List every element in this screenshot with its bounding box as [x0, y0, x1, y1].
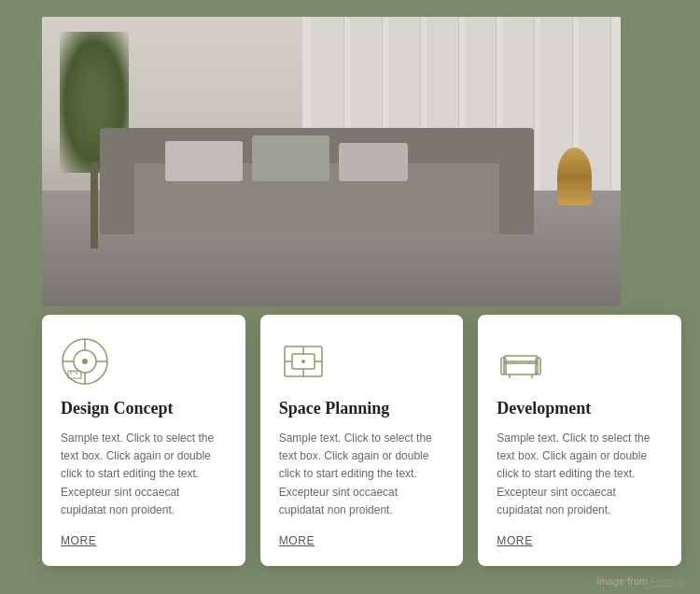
design-concept-card: Design Concept Sample text. Click to sel… — [42, 315, 245, 566]
image-credit: Image from Freepik — [596, 575, 685, 587]
hero-image — [42, 17, 621, 306]
development-more[interactable]: MORE — [497, 534, 663, 547]
space-planning-title: Space Planning — [279, 399, 445, 418]
development-text: Sample text. Click to select the text bo… — [497, 430, 663, 519]
svg-rect-19 — [504, 356, 538, 363]
design-concept-icon — [61, 337, 109, 386]
svg-rect-7 — [68, 371, 81, 378]
background: Design Concept Sample text. Click to sel… — [0, 0, 700, 594]
development-card: Development Sample text. Click to select… — [478, 315, 681, 566]
space-planning-card: Space Planning Sample text. Click to sel… — [260, 315, 464, 566]
space-planning-more[interactable]: MORE — [279, 534, 445, 547]
svg-point-17 — [301, 360, 305, 363]
design-concept-more[interactable]: MORE — [61, 534, 227, 547]
freepik-link[interactable]: Freepik — [651, 575, 685, 587]
development-icon — [497, 337, 545, 386]
design-concept-text: Sample text. Click to select the text bo… — [61, 430, 227, 519]
development-title: Development — [497, 399, 663, 418]
image-credit-text: Image from — [596, 575, 651, 587]
space-planning-text: Sample text. Click to select the text bo… — [279, 430, 445, 519]
cards-section: Design Concept Sample text. Click to sel… — [42, 315, 681, 566]
design-concept-title: Design Concept — [61, 399, 227, 418]
svg-point-6 — [82, 359, 88, 364]
space-planning-icon — [279, 337, 328, 386]
